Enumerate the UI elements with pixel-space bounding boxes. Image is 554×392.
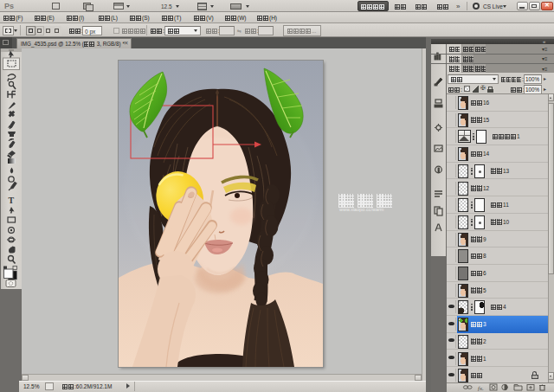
svg-text:T: T [9,196,15,205]
svg-text:fx.: fx. [478,385,484,392]
